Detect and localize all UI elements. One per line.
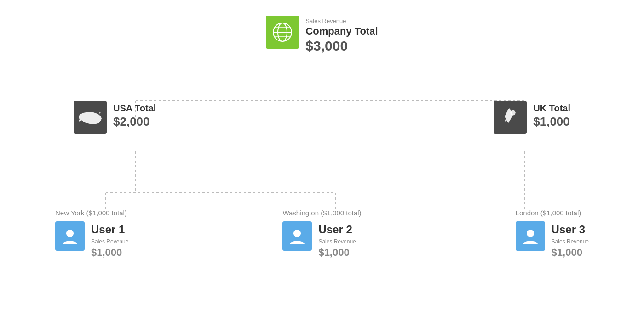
company-text: Sales Revenue Company Total $3,000: [305, 16, 378, 54]
user1-icon-box: [55, 221, 85, 251]
user3-value: $1,000: [552, 247, 589, 259]
company-title: Company Total: [305, 25, 378, 37]
user2-name: User 2: [318, 223, 356, 237]
globe-icon: [271, 21, 293, 43]
uk-title: UK Total: [533, 103, 570, 114]
user2-person-icon: [288, 227, 306, 245]
usa-map-icon: [77, 108, 104, 127]
user1-text: User 1 Sales Revenue $1,000: [91, 221, 128, 259]
svg-point-16: [527, 230, 534, 237]
user3-node: User 3 Sales Revenue $1,000: [516, 221, 589, 259]
users-level: New York ($1,000 total) User 1 Sales Rev…: [55, 209, 589, 259]
user3-wrapper: London ($1,000 total) User 3 Sales Reven…: [516, 209, 589, 259]
company-level: Sales Revenue Company Total $3,000: [46, 16, 598, 54]
org-chart: Sales Revenue Company Total $3,000 USA T…: [46, 11, 598, 324]
user2-label: Sales Revenue: [318, 238, 356, 245]
uk-text: UK Total $1,000: [533, 101, 570, 129]
user2-wrapper: Washington ($1,000 total) User 2 Sales R…: [282, 209, 361, 259]
svg-point-14: [66, 230, 74, 237]
uk-value: $1,000: [533, 115, 570, 129]
uk-icon-box: [494, 101, 527, 134]
region-level: USA Total $2,000 UK Total $1,000: [74, 101, 570, 134]
user1-label: Sales Revenue: [91, 238, 128, 245]
user3-person-icon: [521, 227, 540, 245]
company-icon-box: [266, 16, 299, 49]
user3-name: User 3: [552, 223, 589, 237]
connector-lines: [46, 11, 598, 324]
user3-city: London ($1,000 total): [516, 209, 581, 217]
usa-text: USA Total $2,000: [113, 101, 156, 129]
user1-city: New York ($1,000 total): [55, 209, 127, 217]
uk-map-icon: [498, 105, 522, 129]
user1-value: $1,000: [91, 247, 128, 259]
user2-city: Washington ($1,000 total): [282, 209, 361, 217]
user1-node: User 1 Sales Revenue $1,000: [55, 221, 128, 259]
user3-icon-box: [516, 221, 545, 251]
user3-text: User 3 Sales Revenue $1,000: [552, 221, 589, 259]
user2-node: User 2 Sales Revenue $1,000: [282, 221, 356, 259]
uk-node: UK Total $1,000: [494, 101, 570, 134]
user2-icon-box: [282, 221, 312, 251]
company-label: Sales Revenue: [305, 17, 378, 24]
usa-node: USA Total $2,000: [74, 101, 156, 134]
usa-value: $2,000: [113, 115, 156, 129]
user1-person-icon: [61, 227, 79, 245]
user1-name: User 1: [91, 223, 128, 237]
user1-wrapper: New York ($1,000 total) User 1 Sales Rev…: [55, 209, 128, 259]
company-node: Sales Revenue Company Total $3,000: [266, 16, 378, 54]
company-value: $3,000: [305, 38, 378, 54]
user2-value: $1,000: [318, 247, 356, 259]
usa-icon-box: [74, 101, 107, 134]
svg-point-15: [293, 230, 301, 237]
user3-label: Sales Revenue: [552, 238, 589, 245]
user2-text: User 2 Sales Revenue $1,000: [318, 221, 356, 259]
usa-title: USA Total: [113, 103, 156, 114]
